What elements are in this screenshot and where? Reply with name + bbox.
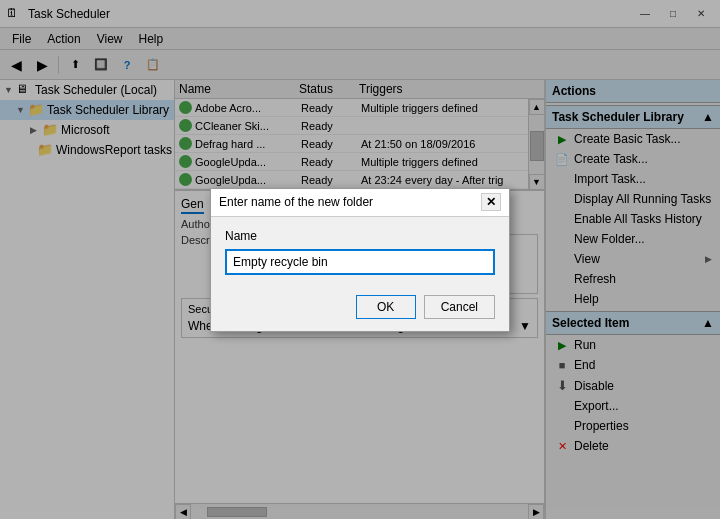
- dialog-buttons: OK Cancel: [211, 287, 509, 331]
- dialog-cancel-button[interactable]: Cancel: [424, 295, 495, 319]
- dialog-close-button[interactable]: ✕: [481, 193, 501, 211]
- dialog-name-label: Name: [225, 229, 495, 243]
- dialog-body: Name: [211, 217, 509, 287]
- new-folder-dialog: Enter name of the new folder ✕ Name OK C…: [210, 188, 510, 332]
- dialog-ok-button[interactable]: OK: [356, 295, 416, 319]
- dialog-title: Enter name of the new folder: [219, 195, 481, 209]
- dialog-name-input[interactable]: [225, 249, 495, 275]
- dialog-title-bar: Enter name of the new folder ✕: [211, 189, 509, 217]
- modal-overlay: Enter name of the new folder ✕ Name OK C…: [0, 0, 720, 519]
